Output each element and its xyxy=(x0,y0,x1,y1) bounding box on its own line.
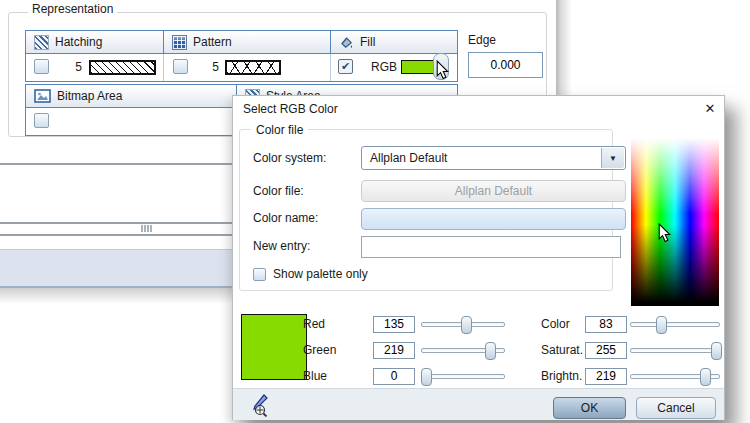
color-system-combobox[interactable]: Allplan Default ▼ xyxy=(361,146,626,170)
slider-thumb[interactable] xyxy=(711,342,722,360)
blue-slider[interactable] xyxy=(421,367,505,385)
saturation-label: Saturat. xyxy=(541,343,585,357)
pattern-swatch[interactable] xyxy=(225,60,281,75)
blue-row: Blue xyxy=(303,367,505,385)
ok-button[interactable]: OK xyxy=(553,397,626,419)
green-input[interactable] xyxy=(373,342,415,359)
fill-header-label: Fill xyxy=(360,35,375,49)
slider-track[interactable] xyxy=(421,374,505,379)
brightness-label: Brightn. xyxy=(541,369,585,383)
new-entry-label: New entry: xyxy=(253,239,310,253)
brightness-slider[interactable] xyxy=(630,367,720,385)
hatching-header-label: Hatching xyxy=(55,35,102,49)
color-label: Color xyxy=(541,317,585,331)
pattern-icon xyxy=(172,35,187,50)
color-name-field[interactable] xyxy=(361,208,626,230)
color-name-label: Color name: xyxy=(253,211,318,225)
brightness-row: Brightn. xyxy=(541,367,720,385)
panel-band xyxy=(0,249,233,288)
slider-thumb[interactable] xyxy=(421,368,432,386)
green-label: Green xyxy=(303,343,343,357)
hatching-swatch[interactable] xyxy=(89,60,156,75)
red-label: Red xyxy=(303,317,343,331)
color-file-label: Color file: xyxy=(253,184,304,198)
hatching-header-cell[interactable]: Hatching xyxy=(26,31,164,53)
pattern-value: 5 xyxy=(201,60,219,74)
slider-thumb[interactable] xyxy=(461,316,472,334)
color-input[interactable] xyxy=(585,316,627,333)
chevron-down-icon[interactable]: ▼ xyxy=(601,148,624,168)
selected-color-preview xyxy=(241,314,307,380)
hatching-value: 5 xyxy=(64,60,82,74)
edge-label: Edge xyxy=(468,33,496,47)
show-palette-only-checkbox[interactable]: ✔ xyxy=(253,268,266,281)
dialog-title: Select RGB Color xyxy=(243,102,338,116)
fill-rgb-checkbox[interactable]: ✔ xyxy=(338,59,353,74)
green-slider[interactable] xyxy=(421,341,505,359)
representation-group-title: Representation xyxy=(28,2,117,16)
blue-label: Blue xyxy=(303,369,343,383)
eyedropper-magnifier-icon[interactable] xyxy=(247,393,271,417)
splitter-grip[interactable] xyxy=(141,225,154,232)
slider-track[interactable] xyxy=(630,348,720,353)
color-row: Color xyxy=(541,315,720,333)
saturation-input[interactable] xyxy=(585,342,627,359)
select-rgb-color-dialog: Select RGB Color ✕ Color file Color syst… xyxy=(232,95,725,420)
pattern-header-cell[interactable]: Pattern xyxy=(164,31,331,53)
fill-icon xyxy=(339,35,354,50)
pattern-header-label: Pattern xyxy=(193,35,232,49)
hatching-checkbox[interactable]: ✔ xyxy=(34,59,49,74)
red-row: Red xyxy=(303,315,505,333)
close-icon[interactable]: ✕ xyxy=(700,99,720,117)
color-slider[interactable] xyxy=(630,315,720,333)
red-input[interactable] xyxy=(373,316,415,333)
window-edge-shadow xyxy=(556,0,572,96)
show-palette-only-label: Show palette only xyxy=(273,267,368,281)
splitter-line[interactable] xyxy=(0,222,233,224)
slider-track[interactable] xyxy=(630,322,720,327)
bitmap-area-label: Bitmap Area xyxy=(57,89,122,103)
color-file-field: Allplan Default xyxy=(361,180,626,202)
saturation-row: Saturat. xyxy=(541,341,720,359)
green-row: Green xyxy=(303,341,505,359)
splitter-line xyxy=(0,234,233,236)
slider-thumb[interactable] xyxy=(656,316,667,334)
fill-header-cell[interactable]: Fill xyxy=(331,31,455,53)
pattern-checkbox[interactable]: ✔ xyxy=(173,59,188,74)
new-entry-input[interactable] xyxy=(361,236,621,258)
bitmap-area-checkbox[interactable]: ✔ xyxy=(34,113,49,128)
color-file-group-title: Color file xyxy=(251,123,308,137)
color-system-label: Color system: xyxy=(253,151,326,165)
dialog-footer: OK Cancel xyxy=(233,388,724,420)
brightness-input[interactable] xyxy=(585,368,627,385)
blue-input[interactable] xyxy=(373,368,415,385)
surface-elements-table: Hatching Pattern Fill ✔ 5 xyxy=(25,30,458,82)
color-system-value: Allplan Default xyxy=(370,151,447,165)
splitter-line xyxy=(0,163,233,165)
slider-thumb[interactable] xyxy=(485,342,496,360)
color-file-value: Allplan Default xyxy=(455,184,532,198)
red-slider[interactable] xyxy=(421,315,505,333)
fill-expander-button[interactable] xyxy=(433,53,449,80)
hatching-icon xyxy=(34,35,49,50)
edge-input[interactable] xyxy=(468,52,543,78)
cancel-button[interactable]: Cancel xyxy=(636,397,716,419)
slider-thumb[interactable] xyxy=(700,368,711,386)
bitmap-icon xyxy=(34,89,51,103)
bitmap-area-header-cell[interactable]: Bitmap Area xyxy=(26,85,237,107)
panel-band-shadow xyxy=(0,288,233,304)
saturation-slider[interactable] xyxy=(630,341,720,359)
color-gradient-picker[interactable] xyxy=(631,136,719,306)
fill-value-label: RGB xyxy=(371,60,397,74)
